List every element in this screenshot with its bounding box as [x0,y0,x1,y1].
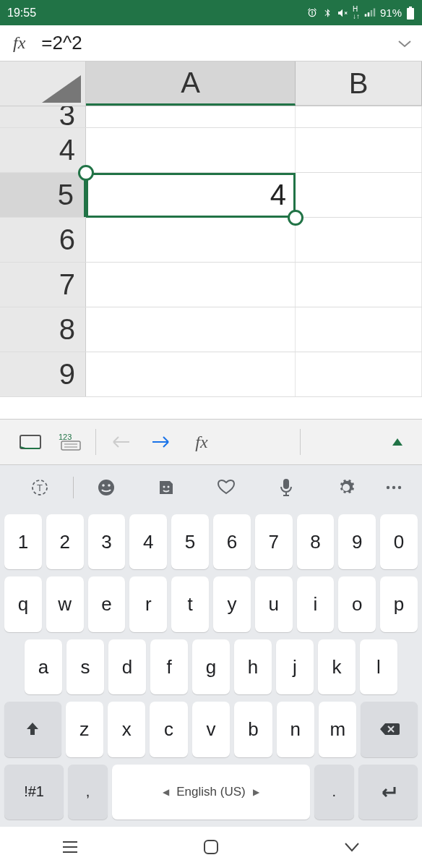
key-n[interactable]: n [277,702,314,757]
home-button[interactable] [182,838,240,856]
expand-formula-icon[interactable] [397,35,412,51]
kb-row-1: q w e r t y u i o p [4,576,418,631]
emoji-icon[interactable] [77,478,137,497]
key-l[interactable]: l [360,639,397,694]
kb-divider [73,477,74,498]
svg-text:T: T [37,482,43,493]
spreadsheet[interactable]: A B 3 4 5 4 6 7 8 [0,61,422,419]
select-all-corner[interactable] [0,61,86,106]
gif-heart-icon[interactable] [197,479,257,496]
cell-a7[interactable] [86,263,296,307]
recents-button[interactable] [41,841,99,854]
key-shift[interactable] [4,702,61,757]
key-u[interactable]: u [255,576,293,631]
key-d[interactable]: d [108,639,146,694]
col-header-a[interactable]: A [86,61,296,106]
row-header-7[interactable]: 7 [0,263,86,307]
formula-input[interactable]: =2^2 [41,32,397,54]
key-t[interactable]: t [171,576,209,631]
cell-a5[interactable]: 4 [86,173,296,217]
key-space[interactable]: ◀ English (US) ▶ [112,765,310,820]
row-header-5[interactable]: 5 [0,173,86,217]
cell-b4[interactable] [296,128,422,172]
back-arrow-icon[interactable] [100,422,141,462]
settings-icon[interactable] [316,478,376,497]
sticker-icon[interactable] [137,478,197,497]
key-w[interactable]: w [46,576,84,631]
cell-b3[interactable] [296,106,422,127]
card-view-icon[interactable] [10,422,51,462]
key-0[interactable]: 0 [380,514,418,569]
numeric-keyboard-icon[interactable]: 123 [51,422,91,462]
key-a[interactable]: a [25,639,62,694]
key-k[interactable]: k [318,639,356,694]
key-s[interactable]: s [66,639,104,694]
key-v[interactable]: v [192,702,230,757]
key-7[interactable]: 7 [255,514,293,569]
key-x[interactable]: x [108,702,145,757]
selection-handle-br[interactable] [288,210,303,226]
selection-handle-tl[interactable] [78,165,94,181]
key-p[interactable]: p [380,576,418,631]
svg-rect-0 [407,8,414,20]
key-j[interactable]: j [276,639,314,694]
key-2[interactable]: 2 [46,514,84,569]
row-header-4[interactable]: 4 [0,128,86,172]
row-header-9[interactable]: 9 [0,352,86,396]
key-9[interactable]: 9 [338,514,376,569]
cell-a9[interactable] [86,352,296,396]
key-c[interactable]: c [150,702,187,757]
key-m[interactable]: m [319,702,356,757]
key-i[interactable]: i [297,576,335,631]
expand-toolbar-icon[interactable] [383,422,412,462]
text-rotate-icon[interactable]: T [10,478,70,497]
next-lang-icon: ▶ [253,787,259,797]
key-comma[interactable]: , [68,765,108,820]
cell-a4[interactable] [86,128,296,172]
cell-b5[interactable] [296,173,422,217]
key-symbols[interactable]: !#1 [4,765,64,820]
key-5[interactable]: 5 [171,514,209,569]
alarm-icon [306,7,318,19]
key-enter[interactable] [358,765,418,820]
mic-icon[interactable] [257,478,316,497]
key-6[interactable]: 6 [213,514,251,569]
key-g[interactable]: g [192,639,230,694]
formula-bar[interactable]: fx =2^2 [0,25,422,61]
back-button[interactable] [323,842,381,852]
col-header-b[interactable]: B [296,61,422,106]
key-period[interactable]: . [314,765,354,820]
key-f[interactable]: f [150,639,188,694]
cell-b6[interactable] [296,218,422,262]
key-r[interactable]: r [129,576,167,631]
key-o[interactable]: o [338,576,376,631]
cell-a3[interactable] [86,106,296,127]
forward-arrow-icon[interactable] [141,422,181,462]
key-backspace[interactable] [361,702,418,757]
cell-b8[interactable] [296,307,422,352]
row-header-8[interactable]: 8 [0,307,86,352]
cell-b7[interactable] [296,263,422,307]
key-q[interactable]: q [4,576,42,631]
key-4[interactable]: 4 [129,514,167,569]
key-3[interactable]: 3 [88,514,126,569]
svg-point-16 [392,486,395,489]
row-header-6[interactable]: 6 [0,218,86,262]
key-z[interactable]: z [66,702,103,757]
fx-toolbar-icon[interactable]: fx [181,422,222,462]
keyboard-toolbar: T [0,465,422,510]
key-1[interactable]: 1 [4,514,42,569]
cell-a6[interactable] [86,218,296,262]
row-7: 7 [0,263,422,307]
key-y[interactable]: y [213,576,251,631]
keyboard: T 1 2 3 4 5 6 7 8 9 [0,465,422,867]
key-b[interactable]: b [234,702,272,757]
key-e[interactable]: e [88,576,126,631]
more-icon[interactable] [376,485,412,490]
cell-b9[interactable] [296,352,422,396]
key-8[interactable]: 8 [297,514,335,569]
key-h[interactable]: h [234,639,272,694]
prev-lang-icon: ◀ [163,787,169,797]
cell-a8[interactable] [86,307,296,352]
row-header-3[interactable]: 3 [0,106,86,127]
